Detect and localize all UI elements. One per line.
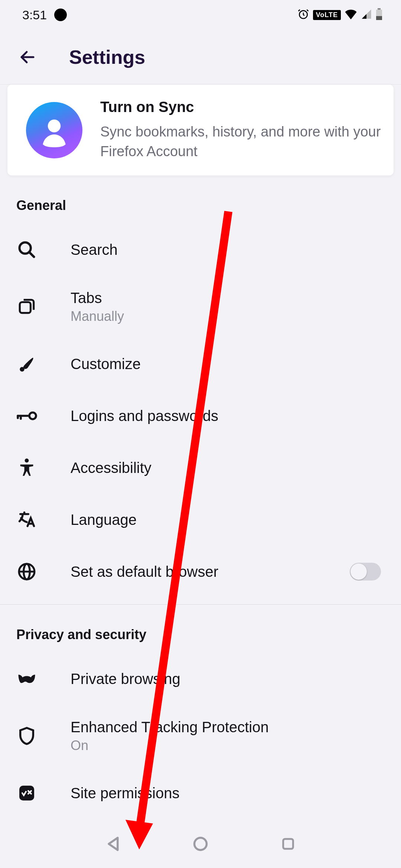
svg-point-5 — [48, 119, 61, 132]
brush-icon — [16, 354, 37, 374]
section-header-privacy: Privacy and security — [0, 605, 401, 653]
svg-point-14 — [25, 458, 29, 463]
item-label: Set as default browser — [71, 563, 316, 580]
mask-icon — [16, 668, 37, 689]
nav-recents-button[interactable] — [278, 834, 299, 854]
item-label: Accessibility — [71, 460, 385, 476]
item-label: Logins and passwords — [71, 408, 385, 424]
search-icon — [16, 239, 37, 260]
sync-title: Turn on Sync — [100, 99, 382, 115]
default-browser-toggle[interactable] — [350, 563, 381, 581]
item-sublabel: On — [71, 738, 385, 753]
item-sublabel: Manually — [71, 309, 385, 324]
item-label: Customize — [71, 356, 385, 372]
page-title: Settings — [69, 46, 145, 68]
settings-item-default-browser[interactable]: Set as default browser — [0, 546, 401, 598]
item-label: Tabs — [71, 290, 385, 306]
accessibility-icon — [16, 457, 37, 478]
svg-line-7 — [29, 252, 34, 257]
settings-item-customize[interactable]: Customize — [0, 338, 401, 390]
nav-back-button[interactable] — [102, 834, 123, 854]
svg-rect-3 — [376, 16, 382, 20]
nav-home-button[interactable] — [190, 834, 211, 854]
checkbox-icon — [16, 783, 37, 803]
sync-avatar-icon — [26, 102, 82, 158]
settings-item-site-permissions[interactable]: Site permissions — [0, 767, 401, 819]
alarm-icon — [297, 8, 309, 22]
item-label: Site permissions — [71, 785, 385, 802]
settings-item-accessibility[interactable]: Accessibility — [0, 442, 401, 494]
svg-rect-1 — [378, 8, 381, 10]
globe-icon — [16, 561, 37, 582]
settings-item-logins[interactable]: Logins and passwords — [0, 390, 401, 442]
svg-point-9 — [20, 367, 25, 372]
battery-icon — [376, 8, 382, 22]
wifi-icon — [345, 9, 357, 21]
language-icon — [16, 509, 37, 530]
item-label: Search — [71, 241, 385, 258]
svg-point-19 — [195, 838, 207, 850]
volte-icon: VoLTE — [313, 10, 341, 20]
status-dot-icon — [54, 9, 67, 21]
svg-rect-20 — [283, 839, 293, 849]
status-time: 3:51 — [22, 8, 47, 22]
settings-item-tabs[interactable]: Tabs Manually — [0, 276, 401, 338]
status-bar: 3:51 VoLTE — [0, 0, 401, 30]
app-bar: Settings — [0, 30, 401, 85]
settings-item-private-browsing[interactable]: Private browsing — [0, 653, 401, 705]
svg-point-10 — [29, 412, 36, 419]
settings-item-language[interactable]: Language — [0, 494, 401, 546]
key-icon — [16, 405, 37, 426]
item-label: Language — [71, 512, 385, 528]
section-header-general: General — [0, 175, 401, 224]
system-nav-bar — [0, 820, 401, 868]
item-label: Enhanced Tracking Protection — [71, 719, 385, 736]
settings-item-search[interactable]: Search — [0, 224, 401, 276]
tabs-icon — [16, 296, 37, 317]
arrow-left-icon — [19, 48, 36, 66]
settings-item-tracking-protection[interactable]: Enhanced Tracking Protection On — [0, 705, 401, 767]
svg-rect-8 — [20, 302, 30, 313]
sync-card[interactable]: Turn on Sync Sync bookmarks, history, an… — [7, 85, 394, 175]
item-label: Private browsing — [71, 671, 385, 687]
sync-description: Sync bookmarks, history, and more with y… — [100, 122, 382, 161]
shield-icon — [16, 726, 37, 746]
signal-icon — [361, 9, 372, 21]
back-button[interactable] — [16, 46, 39, 68]
